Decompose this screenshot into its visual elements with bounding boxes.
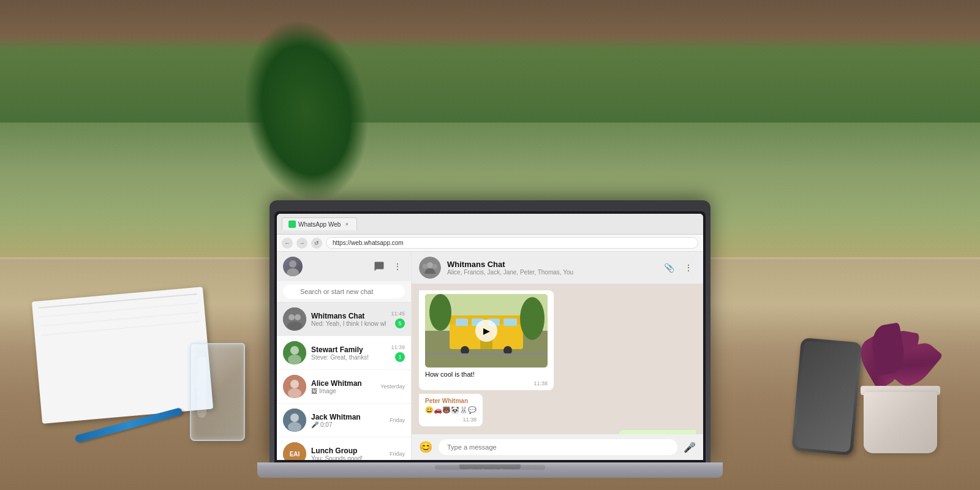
wa-main-chat: Whitmans Chat Alice, Francis, Jack, Jane… xyxy=(412,252,703,460)
chat-meta-lunch-group: Friday xyxy=(390,451,405,457)
wa-search-bar: 🔍 xyxy=(277,281,411,303)
svg-point-14 xyxy=(288,422,301,432)
chat-preview-jack-whitman: 🎤 0:07 xyxy=(311,421,385,428)
forward-button[interactable]: → xyxy=(296,238,307,249)
chat-name-alice-whitman: Alice Whitman xyxy=(311,379,375,388)
tab-close-button[interactable]: × xyxy=(343,221,350,228)
message-text-1: How cool is that! xyxy=(425,370,548,379)
svg-point-10 xyxy=(290,380,299,388)
chat-list-item-jack-whitman[interactable]: Jack Whitman 🎤 0:07 Friday xyxy=(277,404,411,437)
notebook xyxy=(32,287,213,424)
chat-time-jack-whitman: Friday xyxy=(390,417,405,423)
group-info: Whitmans Chat Alice, Francis, Jack, Jane… xyxy=(447,260,655,276)
more-options-button[interactable]: ⋮ xyxy=(390,259,405,274)
unread-badge-whitmans-chat: 5 xyxy=(395,318,405,328)
svg-point-8 xyxy=(288,355,301,364)
plant-pot-right xyxy=(851,331,949,453)
chat-list-item-alice-whitman[interactable]: Alice Whitman 🖼 Image Yesterday xyxy=(277,370,411,404)
chat-name-whitmans-chat: Whitmans Chat xyxy=(311,312,386,320)
svg-point-4 xyxy=(295,314,301,320)
message-input-area: 😊 🎤 xyxy=(412,434,703,460)
svg-point-0 xyxy=(289,260,296,268)
group-members: Alice, Francis, Jack, Jane, Peter, Thoma… xyxy=(447,269,655,276)
message-list: ▶ How cool is that! 11:38 Peter Wh xyxy=(412,284,703,434)
pot-plant xyxy=(851,318,949,392)
chat-name-stewart-family: Stewart Family xyxy=(311,345,386,354)
chat-list-item-lunch-group[interactable]: EAI Lunch Group You: Sounds good! Friday xyxy=(277,437,411,460)
chat-avatar-whitmans-chat xyxy=(283,307,306,331)
user-avatar[interactable] xyxy=(283,257,303,276)
chat-name-lunch-group: Lunch Group xyxy=(311,447,385,455)
chat-header-icons: 📎 ⋮ xyxy=(662,260,696,275)
chat-preview-whitmans-chat: Ned: Yeah, I think I know what y... xyxy=(311,320,386,327)
fence-area xyxy=(0,0,980,123)
nav-bar: ← → ↺ https://web.whatsapp.com xyxy=(277,235,703,252)
chat-preview-stewart-family: Steve: Great, thanks! xyxy=(311,354,386,361)
svg-point-32 xyxy=(503,346,512,355)
video-preview-image: ▶ xyxy=(425,294,548,368)
chat-meta-whitmans-chat: 11:45 5 xyxy=(391,311,405,328)
user-avatar-image xyxy=(283,257,303,276)
browser-chrome: WhatsApp Web × xyxy=(277,214,703,235)
chat-time-lunch-group: Friday xyxy=(390,451,405,457)
svg-rect-26 xyxy=(456,318,468,326)
whatsapp-web: ⋮ 🔍 Whitmans Chat xyxy=(277,252,703,460)
chat-avatar-alice-whitman xyxy=(283,375,306,398)
group-name: Whitmans Chat xyxy=(447,260,655,269)
chat-meta-stewart-family: 11:39 1 xyxy=(391,344,405,362)
chat-time-alice-whitman: Yesterday xyxy=(380,383,405,390)
search-wrapper: 🔍 xyxy=(283,285,405,298)
mic-button[interactable]: 🎤 xyxy=(684,442,696,453)
group-avatar[interactable] xyxy=(419,257,441,279)
search-input[interactable] xyxy=(283,285,405,298)
browser-tab-active[interactable]: WhatsApp Web × xyxy=(282,217,357,230)
svg-point-21 xyxy=(432,264,437,269)
svg-point-3 xyxy=(288,314,295,320)
svg-point-20 xyxy=(423,264,428,269)
tab-title: WhatsApp Web xyxy=(298,221,341,228)
webcam xyxy=(488,206,492,210)
svg-point-11 xyxy=(288,388,301,398)
svg-point-34 xyxy=(520,297,545,340)
chat-info-alice-whitman: Alice Whitman 🖼 Image xyxy=(311,379,375,394)
message-time-1: 11:38 xyxy=(425,380,548,386)
svg-point-35 xyxy=(429,294,451,331)
svg-point-13 xyxy=(290,413,299,422)
new-chat-button[interactable] xyxy=(372,259,386,274)
wa-main-header: Whitmans Chat Alice, Francis, Jack, Jane… xyxy=(412,252,703,284)
video-thumbnail[interactable]: ▶ xyxy=(425,294,548,368)
video-play-button[interactable]: ▶ xyxy=(475,320,497,342)
chat-info-stewart-family: Stewart Family Steve: Great, thanks! xyxy=(311,345,386,361)
url-bar[interactable]: https://web.whatsapp.com xyxy=(326,237,698,249)
more-chat-options-button[interactable]: ⋮ xyxy=(681,260,696,275)
chat-list: Whitmans Chat Ned: Yeah, I think I know … xyxy=(277,303,411,460)
chat-list-item-stewart-family[interactable]: Stewart Family Steve: Great, thanks! 11:… xyxy=(277,336,411,370)
chat-avatar-lunch-group: EAI xyxy=(283,442,306,460)
chat-preview-lunch-group: You: Sounds good! xyxy=(311,455,385,461)
message-input[interactable] xyxy=(439,439,677,455)
chat-info-whitmans-chat: Whitmans Chat Ned: Yeah, I think I know … xyxy=(311,312,386,327)
chat-name-jack-whitman: Jack Whitman xyxy=(311,413,385,421)
chat-time-whitmans-chat: 11:45 xyxy=(391,311,405,317)
sender-peter: Peter Whitman xyxy=(425,398,477,404)
pot-body xyxy=(864,392,937,453)
attach-button[interactable]: 📎 xyxy=(662,260,676,275)
emoji-picker-button[interactable]: 😊 xyxy=(419,440,432,454)
laptop-brand-label: MacBook Pro xyxy=(469,467,511,473)
message-text-2: 😀🚗🐻🐼🐰💬 xyxy=(425,405,477,415)
chat-info-lunch-group: Lunch Group You: Sounds good! xyxy=(311,447,385,461)
svg-point-5 xyxy=(287,322,302,330)
laptop-base: MacBook Pro xyxy=(257,462,723,478)
back-button[interactable]: ← xyxy=(282,238,293,249)
refresh-button[interactable]: ↺ xyxy=(311,238,322,249)
chat-meta-alice-whitman: Yesterday xyxy=(380,383,405,390)
browser-window: WhatsApp Web × ← → ↺ https://web.whatsap… xyxy=(277,214,703,460)
chat-info-jack-whitman: Jack Whitman 🎤 0:07 xyxy=(311,413,385,428)
message-emoji: Peter Whitman 😀🚗🐻🐼🐰💬 11:38 xyxy=(419,394,483,426)
laptop-screen-housing: WhatsApp Web × ← → ↺ https://web.whatsap… xyxy=(270,200,710,462)
tab-favicon xyxy=(288,221,296,228)
glass-of-water xyxy=(190,343,245,441)
laptop: WhatsApp Web × ← → ↺ https://web.whatsap… xyxy=(257,200,723,478)
chat-list-item-whitmans-chat[interactable]: Whitmans Chat Ned: Yeah, I think I know … xyxy=(277,303,411,336)
tab-bar: WhatsApp Web × xyxy=(282,217,698,230)
